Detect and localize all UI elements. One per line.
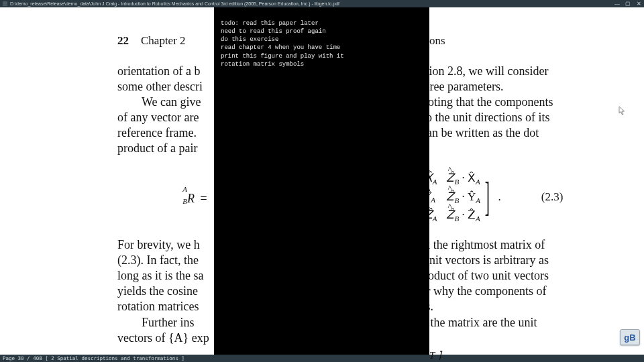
app-icon bbox=[3, 1, 7, 6]
note-line: read chapter 4 when you have time bbox=[221, 44, 423, 52]
note-line: print this figure and play with it bbox=[221, 52, 423, 60]
app-logo-badge: gB bbox=[620, 329, 640, 345]
note-line: todo: read this paper later bbox=[221, 19, 423, 27]
maximize-button[interactable]: ▢ bbox=[625, 1, 631, 7]
status-bar: Page 30 / 408 [ 2 Spatial descriptions a… bbox=[0, 355, 644, 362]
section-tail: ons bbox=[429, 34, 445, 48]
notes-overlay[interactable]: todo: read this paper later need to read… bbox=[214, 7, 429, 355]
note-line: need to read this proof again bbox=[221, 27, 423, 36]
minimize-button[interactable]: — bbox=[614, 1, 620, 7]
status-page-info: Page 30 / 408 [ 2 Spatial descriptions a… bbox=[3, 355, 184, 361]
equation-tail: T ⌉ bbox=[429, 349, 441, 361]
workspace: 22 Chapter 2 ons orientation of a bectio… bbox=[0, 7, 644, 355]
chapter-label: Chapter 2 bbox=[141, 34, 186, 48]
window-controls: — ▢ ✕ bbox=[614, 1, 641, 7]
window-title: D:\demo_release\Release\demo_data\John J… bbox=[10, 1, 339, 6]
page-number: 22 bbox=[117, 34, 129, 48]
window-titlebar: D:\demo_release\Release\demo_data\John J… bbox=[0, 0, 644, 7]
note-line: do this exercise bbox=[221, 36, 423, 44]
close-button[interactable]: ✕ bbox=[636, 1, 641, 7]
equation-number: (2.3) bbox=[541, 190, 564, 204]
note-line: rotation matrix symbols bbox=[221, 60, 423, 68]
